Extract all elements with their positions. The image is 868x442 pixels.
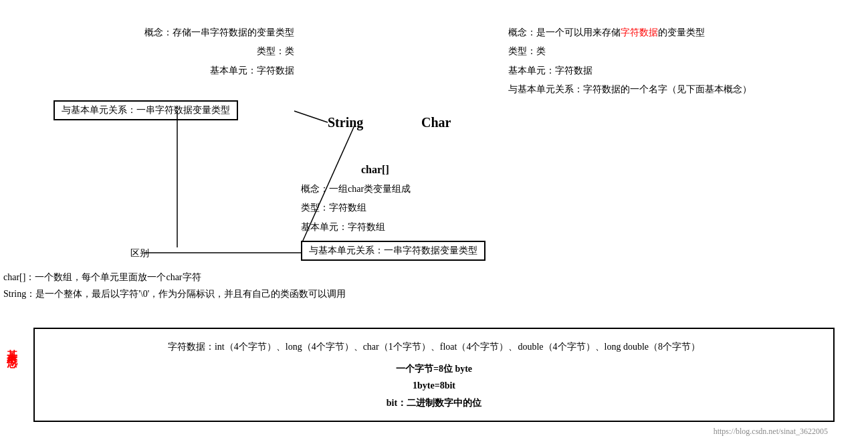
string-relation-label: 与基本单元关系：一串字符数据变量类型 [62,105,230,115]
string-section: 概念：存储一串字符数据的变量类型 类型：类 基本单元：字符数据 [53,25,294,82]
char-concept-prefix: 概念：是一个可以用来存储 [508,27,621,37]
vertical-basic-concept-label: 基本概念 [7,341,17,352]
string-basic-unit: 基本单元：字符数据 [53,64,294,78]
page: 概念：存储一串字符数据的变量类型 类型：类 基本单元：字符数据 与基本单元关系：… [0,0,868,442]
char-concept-suffix: 的变量类型 [658,27,705,37]
qubie-line2: String：是一个整体，最后以字符'\0'，作为分隔标识，并且有自己的类函数可… [3,286,346,302]
chararr-basic-unit: 基本单元：字符数组 [301,220,535,235]
char-type-label: 类型：类 [508,44,843,59]
basic-concept-sub3: bit：二进制数字中的位 [48,395,820,411]
char-relation-label: 与基本单元关系：字符数据的一个名字（见下面基本概念） [508,82,843,97]
string-type-label: 类型：类 [53,44,294,59]
char-name-label: Char [421,115,451,130]
char-concept-red: 字符数据 [621,27,658,37]
basic-concept-box: 字符数据：int（4个字节）、long（4个字节）、char（1个字节）、flo… [33,328,835,422]
qubie-line1: char[]：一个数组，每个单元里面放一个char字符 [3,269,346,286]
vertical-label-text: 基本概念 [7,341,18,352]
chararr-relation-box: 与基本单元关系：一串字符数据变量类型 [301,241,485,261]
qubie-description: char[]：一个数组，每个单元里面放一个char字符 String：是一个整体… [3,269,346,302]
qubie-label: 区别 [130,247,149,259]
basic-concept-main: 字符数据：int（4个字节）、long（4个字节）、char（1个字节）、flo… [48,338,820,355]
watermark: https://blog.csdn.net/sinat_3622005 [714,427,828,437]
char-concept-label: 概念：是一个可以用来存储字符数据的变量类型 [508,25,843,40]
basic-concept-sub2: 1byte=8bit [48,377,820,394]
chararr-relation-label: 与基本单元关系：一串字符数据变量类型 [309,245,477,255]
chararr-section: 概念：一组char类变量组成 类型：字符数组 基本单元：字符数组 [301,182,535,239]
chararr-concept-label: 概念：一组char类变量组成 [301,182,535,197]
string-name-label: String [328,115,363,130]
string-relation-box: 与基本单元关系：一串字符数据变量类型 [53,100,238,120]
char-basic-unit: 基本单元：字符数据 [508,64,843,78]
chararr-type-label: 类型：字符数组 [301,201,535,215]
basic-concept-sub1: 一个字节=8位 byte [48,360,820,377]
char-section: 概念：是一个可以用来存储字符数据的变量类型 类型：类 基本单元：字符数据 与基本… [508,25,843,102]
svg-line-0 [294,111,328,122]
string-concept-label: 概念：存储一串字符数据的变量类型 [53,25,294,40]
chararr-name-label: char[] [361,164,389,176]
